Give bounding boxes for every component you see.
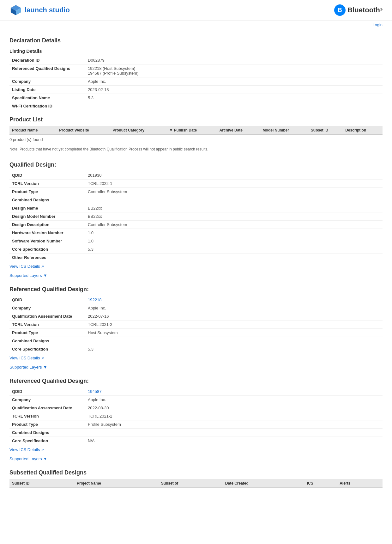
col-publish-date[interactable]: ▼ Publish Date <box>166 126 217 135</box>
bluetooth-name: Bluetooth <box>347 6 380 14</box>
chevron-down-icon-1: ▼ <box>43 273 47 278</box>
tcrl-label: TCRL Version <box>9 412 85 420</box>
bluetooth-brand-text: Bluetooth® <box>347 6 383 14</box>
declaration-id-value: D062879 <box>85 56 383 64</box>
sw-version-label: Software Version Number <box>9 237 85 245</box>
company-label: Company <box>9 77 85 86</box>
subsetted-header-row: Subset ID Project Name Subset of Date Cr… <box>9 479 383 488</box>
table-row: Core Specification 5.3 <box>9 245 383 254</box>
products-found-text: 0 product(s) found <box>9 135 383 144</box>
core-spec-value: N/A <box>85 437 383 445</box>
product-type-value: Host Subsystem <box>85 329 383 337</box>
col-ics: ICS <box>305 479 337 488</box>
spec-name-label: Specification Name <box>9 94 85 102</box>
view-ics-details-link-2[interactable]: View ICS Details ↗ <box>9 356 44 360</box>
sw-version-value: 1.0 <box>85 237 383 245</box>
listing-date-label: Listing Date <box>9 86 85 94</box>
hw-version-label: Hardware Version Number <box>9 229 85 237</box>
qualified-design-section: Qualified Design: QDID 201930 TCRL Versi… <box>9 162 383 281</box>
table-row: Other References <box>9 254 383 262</box>
col-subset-of: Subset of <box>159 479 223 488</box>
table-row: Design Description Controller Subsystem <box>9 221 383 229</box>
table-row: WI-FI Certification ID <box>9 102 383 110</box>
view-ics-details-link-3[interactable]: View ICS Details ↗ <box>9 447 44 452</box>
supported-layers-label-2: Supported Layers <box>9 365 42 370</box>
view-ics-details-link-1[interactable]: View ICS Details ↗ <box>9 264 44 269</box>
listing-details-table: Declaration ID D062879 Referenced Qualif… <box>9 56 383 110</box>
combined-designs-label: Combined Designs <box>9 337 85 345</box>
external-link-icon-3: ↗ <box>41 448 44 452</box>
core-spec-label: Core Specification <box>9 345 85 353</box>
table-row: Product Type Controller Subsystem <box>9 188 383 196</box>
product-list-title: Product List <box>9 116 383 123</box>
login-link[interactable]: Login <box>372 22 383 27</box>
col-model-number: Model Number <box>260 126 308 135</box>
supported-layers-btn-2[interactable]: Supported Layers ▼ <box>9 363 47 371</box>
col-date-created: Date Created <box>223 479 305 488</box>
table-row: TCRL Version TCRL 2022-1 <box>9 180 383 188</box>
bluetooth-logo: B Bluetooth® <box>334 4 383 16</box>
qdid-link-1[interactable]: 192218 <box>88 297 101 302</box>
qdid-label: QDID <box>9 388 85 396</box>
declaration-id-label: Declaration ID <box>9 56 85 64</box>
external-link-icon-2: ↗ <box>41 356 44 360</box>
spec-name-value: 5.3 <box>85 94 383 102</box>
table-row: Software Version Number 1.0 <box>9 237 383 245</box>
product-type-label: Product Type <box>9 329 85 337</box>
qual-assess-value: 2022-07-16 <box>85 312 383 321</box>
header: launch studio B Bluetooth® <box>0 0 392 21</box>
table-row: Company Apple Inc. <box>9 77 383 86</box>
table-row: Combined Designs <box>9 337 383 345</box>
table-row: Company Apple Inc. <box>9 304 383 312</box>
external-link-icon-1: ↗ <box>41 265 44 268</box>
supported-layers-btn-1[interactable]: Supported Layers ▼ <box>9 271 47 280</box>
col-product-category: Product Category <box>110 126 167 135</box>
ref-design-1-table: QDID 192218 Company Apple Inc. Qualifica… <box>9 296 383 353</box>
table-row: Core Specification N/A <box>9 437 383 445</box>
product-list-section: Product List Product Name Product Websit… <box>9 116 383 156</box>
company-value: Apple Inc. <box>85 396 383 404</box>
col-subset-id: Subset ID <box>9 479 74 488</box>
table-row: QDID 194587 <box>9 388 383 396</box>
wifi-cert-value <box>85 102 383 110</box>
product-type-label: Product Type <box>9 420 85 429</box>
table-row: TCRL Version TCRL 2021-2 <box>9 412 383 420</box>
supported-layers-btn-3[interactable]: Supported Layers ▼ <box>9 455 47 463</box>
tcrl-label: TCRL Version <box>9 180 85 188</box>
qual-assess-label: Qualification Assessment Date <box>9 312 85 321</box>
qual-assess-label: Qualification Assessment Date <box>9 404 85 412</box>
col-description: Description <box>343 126 383 135</box>
other-refs-value <box>85 254 383 262</box>
table-row: Core Specification 5.3 <box>9 345 383 353</box>
product-type-label: Product Type <box>9 188 85 196</box>
company-value: Apple Inc. <box>85 77 383 86</box>
supported-layers-label-1: Supported Layers <box>9 273 42 278</box>
design-desc-label: Design Description <box>9 221 85 229</box>
design-name-value: BB22xx <box>85 204 383 212</box>
logo-icon <box>9 4 22 16</box>
table-row: Product Type Host Subsystem <box>9 329 383 337</box>
logo-area: launch studio <box>9 4 70 16</box>
declaration-details-title: Declaration Details <box>9 37 383 44</box>
core-spec-label: Core Specification <box>9 245 85 254</box>
col-alerts: Alerts <box>337 479 383 488</box>
qual-assess-value: 2022-08-30 <box>85 404 383 412</box>
table-row: Specification Name 5.3 <box>9 94 383 102</box>
qdid-value: 194587 <box>85 388 383 396</box>
subsetted-title: Subsetted Qualified Designs <box>9 469 383 476</box>
qdid-value: 201930 <box>85 171 383 180</box>
view-ics-label-1: View ICS Details <box>9 264 40 269</box>
table-row: Qualification Assessment Date 2022-07-16 <box>9 312 383 321</box>
table-row: Qualification Assessment Date 2022-08-30 <box>9 404 383 412</box>
design-name-label: Design Name <box>9 204 85 212</box>
ref-qualified-value: 192218 (Host Subsystem) 194587 (Profile … <box>85 64 383 77</box>
ref-qualified-design-title-1: Referenced Qualified Design: <box>9 286 383 293</box>
col-subset-id: Subset ID <box>308 126 343 135</box>
core-spec-value: 5.3 <box>85 345 383 353</box>
ref-design-1: 192218 (Host Subsystem) <box>88 66 380 71</box>
table-row: Combined Designs <box>9 196 383 204</box>
company-label: Company <box>9 396 85 404</box>
tcrl-value: TCRL 2021-2 <box>85 412 383 420</box>
products-note: Note: Products that have not yet complet… <box>9 144 383 156</box>
qdid-link-2[interactable]: 194587 <box>88 389 101 394</box>
